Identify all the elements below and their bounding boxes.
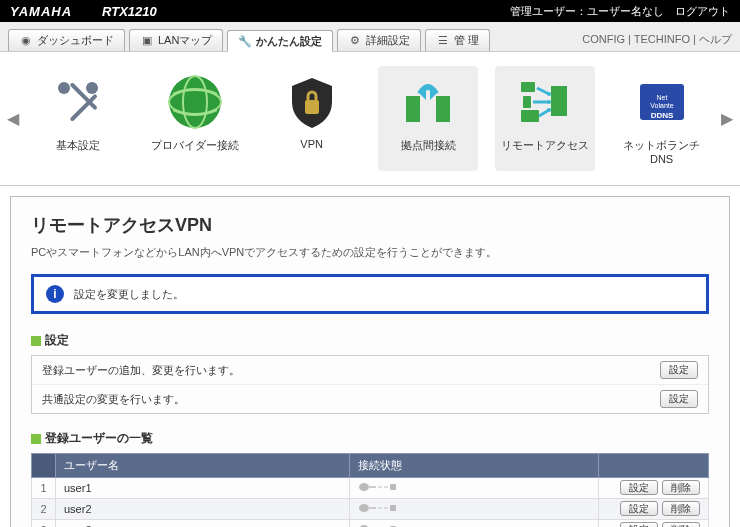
table-row: 2user2設定削除 — [32, 499, 709, 520]
carousel-item-basic[interactable]: 基本設定 — [28, 66, 128, 171]
row-username: user1 — [56, 478, 350, 499]
link-techinfo[interactable]: TECHINFO — [634, 33, 690, 45]
svg-point-2 — [58, 82, 70, 94]
header-right: 管理ユーザー：ユーザー名なし ログアウト — [510, 4, 730, 19]
settings-row-common: 共通設定の変更を行います。 — [42, 392, 656, 407]
disconnected-icon — [358, 481, 398, 495]
section-title-users: 登録ユーザーの一覧 — [31, 430, 709, 447]
globe-icon — [165, 72, 225, 132]
page-description: PCやスマートフォンなどからLAN内へVPNでアクセスするための設定を行うことが… — [31, 245, 709, 260]
tab-admin[interactable]: ☰ 管 理 — [425, 29, 490, 51]
row-settings-button[interactable]: 設定 — [620, 522, 658, 527]
svg-text:DDNS: DDNS — [650, 111, 673, 120]
svg-rect-25 — [368, 486, 376, 488]
svg-rect-12 — [551, 86, 567, 116]
carousel-item-provider[interactable]: プロバイダー接続 — [145, 66, 245, 171]
col-index — [32, 454, 56, 478]
svg-rect-32 — [384, 507, 388, 509]
logout-link[interactable]: ログアウト — [675, 5, 730, 17]
admin-icon: ☰ — [436, 34, 450, 48]
notice-banner: i 設定を変更しました。 — [31, 274, 709, 314]
svg-rect-8 — [406, 96, 420, 122]
carousel-item-ddns[interactable]: NetVolanteDDNSService ネットボランチDNS — [612, 66, 712, 171]
svg-rect-33 — [390, 505, 396, 511]
model-name: RTX1210 — [102, 4, 157, 19]
row-settings-button[interactable]: 設定 — [620, 501, 658, 516]
col-actions — [599, 454, 709, 478]
map-icon: ▣ — [140, 34, 154, 48]
tab-easy-settings[interactable]: 🔧 かんたん設定 — [227, 30, 333, 52]
info-icon: i — [46, 285, 64, 303]
table-row: 1user1設定削除 — [32, 478, 709, 499]
row-index: 2 — [32, 499, 56, 520]
svg-rect-9 — [436, 96, 450, 122]
svg-text:Service: Service — [650, 120, 673, 127]
carousel-item-site2site[interactable]: 拠点間接続 — [378, 66, 478, 171]
row-index: 3 — [32, 520, 56, 527]
settings-button-common[interactable]: 設定 — [660, 390, 698, 408]
svg-rect-7 — [305, 100, 319, 114]
svg-text:Volante: Volante — [650, 102, 673, 109]
row-status — [349, 499, 598, 520]
gear-icon: ⚙ — [348, 34, 362, 48]
row-delete-button[interactable]: 削除 — [662, 480, 700, 495]
link-config[interactable]: CONFIG — [582, 33, 625, 45]
users-table: ユーザー名 接続状態 1user1設定削除2user2設定削除3user3設定削… — [31, 453, 709, 527]
row-settings-button[interactable]: 設定 — [620, 480, 658, 495]
svg-point-18 — [547, 108, 551, 112]
header-bar: YAMAHA RTX1210 管理ユーザー：ユーザー名なし ログアウト — [0, 0, 740, 22]
row-delete-button[interactable]: 削除 — [662, 501, 700, 516]
svg-point-17 — [547, 100, 551, 104]
svg-point-3 — [86, 82, 98, 94]
svg-rect-30 — [368, 507, 376, 509]
col-username: ユーザー名 — [56, 454, 350, 478]
tab-dashboard[interactable]: ◉ ダッシュボード — [8, 29, 125, 51]
settings-box: 登録ユーザーの追加、変更を行います。 設定 共通設定の変更を行います。 設定 — [31, 355, 709, 414]
settings-button-adduser[interactable]: 設定 — [660, 361, 698, 379]
row-index: 1 — [32, 478, 56, 499]
row-status — [349, 520, 598, 527]
svg-point-24 — [359, 483, 369, 491]
carousel-prev-arrow[interactable]: ◀ — [6, 109, 20, 128]
page-title: リモートアクセスVPN — [31, 213, 709, 237]
svg-rect-14 — [521, 110, 539, 122]
row-username: user3 — [56, 520, 350, 527]
remote-access-icon — [515, 72, 575, 132]
shield-lock-icon — [282, 72, 342, 132]
disconnected-icon — [358, 502, 398, 516]
table-row: 3user3設定削除 — [32, 520, 709, 527]
wrench-icon: 🔧 — [238, 34, 252, 48]
svg-rect-26 — [378, 486, 382, 488]
svg-point-29 — [359, 504, 369, 512]
row-status — [349, 478, 598, 499]
gauge-icon: ◉ — [19, 34, 33, 48]
carousel-next-arrow[interactable]: ▶ — [720, 109, 734, 128]
admin-user-label[interactable]: 管理ユーザー：ユーザー名なし — [510, 5, 664, 17]
disconnected-icon — [358, 523, 398, 527]
tools-icon — [48, 72, 108, 132]
svg-rect-27 — [384, 486, 388, 488]
carousel-item-vpn[interactable]: VPN — [262, 66, 362, 171]
carousel-item-remote-access[interactable]: リモートアクセス — [495, 66, 595, 171]
svg-point-16 — [547, 92, 551, 96]
svg-rect-31 — [378, 507, 382, 509]
row-delete-button[interactable]: 削除 — [662, 522, 700, 527]
notice-text: 設定を変更しました。 — [74, 287, 184, 302]
settings-row-adduser: 登録ユーザーの追加、変更を行います。 — [42, 363, 656, 378]
link-help[interactable]: ヘルプ — [699, 33, 732, 45]
tab-detail-settings[interactable]: ⚙ 詳細設定 — [337, 29, 421, 51]
svg-rect-15 — [523, 96, 531, 108]
brand-logo: YAMAHA — [10, 4, 72, 19]
site-link-icon — [398, 72, 458, 132]
svg-text:Net: Net — [656, 94, 667, 101]
row-username: user2 — [56, 499, 350, 520]
ddns-icon: NetVolanteDDNSService — [632, 72, 692, 132]
svg-point-4 — [169, 76, 221, 128]
svg-rect-13 — [521, 82, 535, 92]
tab-lanmap[interactable]: ▣ LANマップ — [129, 29, 223, 51]
col-status: 接続状態 — [349, 454, 598, 478]
main-panel: リモートアクセスVPN PCやスマートフォンなどからLAN内へVPNでアクセスす… — [10, 196, 730, 527]
easy-settings-carousel: ◀ 基本設定 プロバイダー接続 VPN 拠点間接続 — [0, 52, 740, 186]
tab-bar: ◉ ダッシュボード ▣ LANマップ 🔧 かんたん設定 ⚙ 詳細設定 ☰ 管 理… — [0, 22, 740, 52]
svg-rect-28 — [390, 484, 396, 490]
